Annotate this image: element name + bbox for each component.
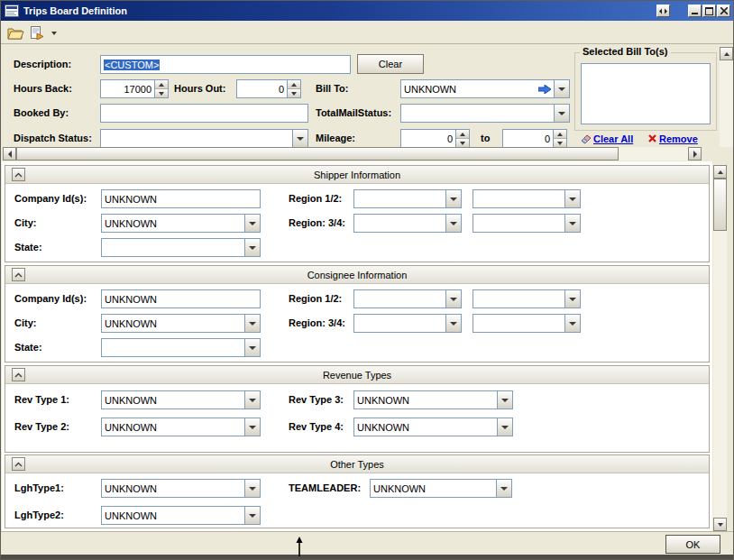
dropdown-button[interactable]	[244, 239, 260, 256]
dropdown-button[interactable]	[244, 480, 260, 497]
lgh-type-1-combo[interactable]: UNKNOWN	[101, 479, 261, 498]
dropdown-button[interactable]	[445, 190, 461, 207]
clear-all-link[interactable]: Clear All	[593, 133, 633, 144]
city-combo[interactable]: UNKNOWN	[101, 314, 261, 333]
dropdown-button[interactable]	[292, 130, 307, 147]
spin-down-button[interactable]	[554, 138, 566, 147]
dropdown-button[interactable]	[244, 418, 260, 436]
lgh-type-2-combo[interactable]: UNKNOWN	[101, 506, 261, 525]
dropdown-button[interactable]	[244, 315, 260, 332]
main-vertical-scrollbar[interactable]	[713, 165, 727, 531]
hours-back-spinner[interactable]: 17000	[100, 79, 169, 98]
collapse-button[interactable]	[12, 268, 25, 281]
region-2-combo[interactable]	[473, 289, 581, 308]
scroll-right-button[interactable]	[688, 147, 702, 161]
dropdown-button[interactable]	[244, 215, 260, 232]
mileage-to-spinner[interactable]: 0	[502, 129, 567, 148]
scroll-track[interactable]	[619, 147, 688, 161]
open-button[interactable]	[5, 23, 26, 42]
dropdown-button[interactable]	[554, 80, 569, 97]
description-value: <CUSTOM>	[104, 60, 160, 70]
spin-buttons	[553, 130, 566, 147]
region-1-combo[interactable]	[353, 289, 462, 308]
spin-down-button[interactable]	[456, 138, 469, 147]
dropdown-button[interactable]	[554, 105, 569, 122]
spin-up-button[interactable]	[456, 130, 469, 138]
dropdown-button[interactable]	[564, 290, 580, 308]
scroll-thumb[interactable]	[16, 147, 619, 161]
region-2-combo[interactable]	[473, 189, 581, 208]
rev-type-1-combo[interactable]: UNKNOWN	[101, 390, 261, 409]
hours-out-spinner[interactable]: 0	[236, 79, 301, 98]
combo-value	[473, 315, 564, 332]
company-ids-input[interactable]: UNKNOWN	[101, 189, 261, 208]
horizontal-scrollbar[interactable]	[3, 147, 702, 161]
titlebar-extra-button[interactable]	[656, 5, 670, 17]
description-input[interactable]: <CUSTOM>	[100, 55, 351, 74]
selected-bill-to-listbox[interactable]	[581, 63, 711, 124]
region-1-combo[interactable]	[353, 189, 462, 208]
spin-up-button[interactable]	[155, 80, 168, 88]
clear-button[interactable]: Clear	[357, 54, 424, 74]
region-3-combo[interactable]	[353, 314, 462, 333]
rev-type-3-combo[interactable]: UNKNOWN	[353, 390, 513, 409]
city-combo[interactable]: UNKNOWN	[101, 214, 261, 233]
rev-type-2-combo[interactable]: UNKNOWN	[101, 418, 261, 436]
region-4-combo[interactable]	[473, 314, 581, 333]
dropdown-button[interactable]	[564, 190, 580, 207]
region-4-combo[interactable]	[473, 214, 581, 233]
dropdown-button[interactable]	[497, 418, 512, 436]
dropdown-button[interactable]	[564, 215, 580, 232]
collapse-button[interactable]	[12, 168, 25, 181]
dropdown-button[interactable]	[445, 315, 461, 332]
scroll-up-button[interactable]	[713, 165, 727, 179]
scroll-track[interactable]	[720, 60, 733, 147]
state-combo[interactable]	[101, 238, 261, 257]
spin-up-button[interactable]	[554, 130, 566, 138]
region-12-label: Region 1/2:	[289, 293, 342, 304]
rev-type-4-combo[interactable]: UNKNOWN	[353, 418, 513, 436]
mileage-from-spinner[interactable]: 0	[400, 129, 470, 148]
toolbar-dropdown-button[interactable]	[51, 32, 57, 35]
spin-down-button[interactable]	[155, 88, 168, 97]
scroll-thumb[interactable]	[713, 179, 727, 231]
titlebar[interactable]: Trips Board Definition	[1, 1, 733, 21]
state-combo[interactable]	[101, 338, 261, 357]
description-label: Description:	[14, 59, 71, 69]
dropdown-button[interactable]	[244, 391, 260, 409]
company-ids-input[interactable]: UNKNOWN	[101, 289, 261, 308]
close-button[interactable]	[717, 5, 730, 17]
remove-link[interactable]: Remove	[659, 133, 698, 144]
teamleader-combo[interactable]: UNKNOWN	[370, 479, 512, 498]
dropdown-button[interactable]	[445, 290, 461, 308]
dropdown-arrow-icon	[450, 322, 457, 326]
window-title: Trips Board Definition	[23, 5, 127, 16]
scroll-track[interactable]	[713, 231, 727, 518]
minimize-button[interactable]	[688, 5, 702, 17]
scroll-left-button[interactable]	[3, 147, 16, 161]
open-definition-button[interactable]	[26, 23, 48, 42]
collapse-button[interactable]	[12, 368, 25, 381]
booked-by-input[interactable]	[100, 104, 308, 123]
filter-vertical-scrollbar[interactable]	[720, 47, 733, 147]
bill-to-combo[interactable]: UNKNOWN	[400, 79, 570, 98]
bill-to-add-button[interactable]	[538, 80, 554, 97]
dropdown-button[interactable]	[445, 215, 461, 232]
collapse-button[interactable]	[12, 457, 25, 471]
total-mail-status-combo[interactable]	[400, 104, 570, 123]
spin-up-button[interactable]	[288, 80, 300, 88]
dropdown-button[interactable]	[244, 339, 260, 356]
maximize-button[interactable]	[702, 5, 716, 17]
scroll-down-button[interactable]	[713, 518, 727, 531]
dispatch-status-combo[interactable]	[100, 129, 308, 148]
dropdown-button[interactable]	[564, 315, 580, 332]
dropdown-button[interactable]	[496, 480, 511, 497]
scroll-up-button[interactable]	[720, 47, 733, 60]
combo-value	[473, 215, 564, 232]
ok-button[interactable]: OK	[665, 535, 720, 554]
bill-to-label: Bill To:	[316, 83, 348, 94]
dropdown-button[interactable]	[497, 391, 512, 409]
dropdown-button[interactable]	[244, 507, 260, 524]
region-3-combo[interactable]	[353, 214, 462, 233]
spin-down-button[interactable]	[288, 88, 300, 97]
